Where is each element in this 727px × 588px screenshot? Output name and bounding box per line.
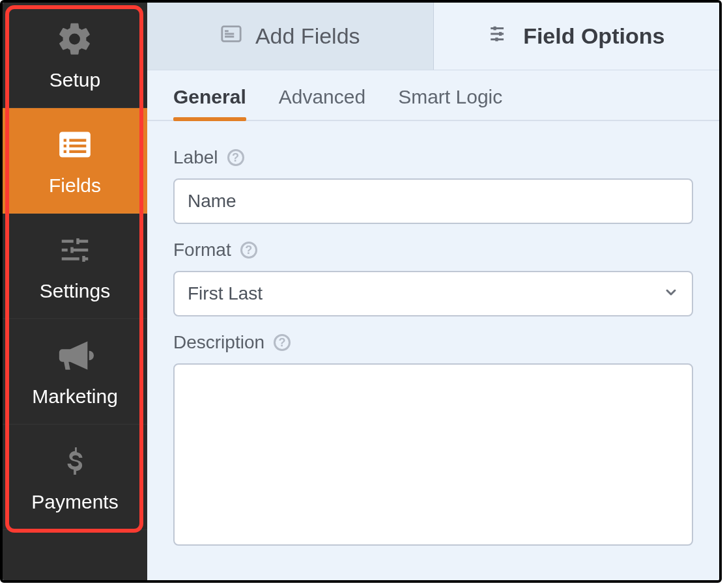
sidebar-label-settings: Settings	[40, 280, 110, 302]
svg-rect-5	[69, 145, 86, 147]
sidebar-item-payments[interactable]: Payments	[3, 425, 147, 530]
format-select[interactable]: First Last	[173, 271, 693, 316]
help-icon[interactable]: ?	[227, 149, 244, 166]
sub-tab-general[interactable]: General	[173, 86, 246, 120]
help-icon[interactable]: ?	[274, 334, 291, 351]
label-field-label: Label	[173, 147, 218, 168]
sub-tabs: General Advanced Smart Logic	[147, 70, 719, 121]
form-area: Label ? Format ? First Last	[147, 121, 719, 574]
sidebar-item-marketing[interactable]: Marketing	[3, 319, 147, 425]
app-window: Setup Fields Settings Marketing Payments	[0, 0, 722, 583]
tab-field-options-label: Field Options	[523, 23, 664, 49]
svg-rect-11	[494, 26, 496, 30]
sub-tab-smart-logic[interactable]: Smart Logic	[398, 86, 502, 120]
form-fields-icon	[55, 125, 94, 164]
sidebar-item-settings[interactable]: Settings	[3, 214, 147, 319]
sidebar: Setup Fields Settings Marketing Payments	[3, 3, 147, 580]
sidebar-item-setup[interactable]: Setup	[3, 3, 147, 108]
label-group: Label ?	[173, 135, 693, 224]
format-field-label-row: Format ?	[173, 240, 693, 260]
format-select-value: First Last	[188, 283, 263, 304]
label-field-label-row: Label ?	[173, 147, 693, 168]
svg-rect-13	[495, 37, 498, 41]
main-panel: Add Fields Field Options General Advance…	[147, 3, 719, 580]
add-fields-icon	[220, 23, 242, 50]
format-group: Format ? First Last	[173, 228, 693, 316]
format-field-label: Format	[173, 240, 231, 260]
dollar-icon	[55, 441, 94, 481]
gear-icon	[55, 20, 94, 59]
sidebar-label-fields: Fields	[49, 175, 101, 197]
sidebar-item-fields[interactable]: Fields	[3, 108, 147, 214]
sidebar-label-payments: Payments	[31, 491, 118, 513]
svg-rect-3	[64, 150, 66, 152]
label-input[interactable]	[173, 178, 693, 224]
sub-tab-advanced[interactable]: Advanced	[279, 86, 365, 120]
megaphone-icon	[55, 336, 94, 375]
tab-add-fields-label: Add Fields	[255, 23, 360, 49]
description-field-label: Description	[173, 332, 264, 353]
svg-rect-12	[499, 32, 502, 36]
svg-rect-6	[69, 150, 86, 152]
description-textarea[interactable]	[173, 363, 693, 546]
sliders-icon	[55, 231, 94, 270]
tab-field-options[interactable]: Field Options	[434, 3, 720, 70]
tab-add-fields[interactable]: Add Fields	[147, 3, 434, 70]
description-group: Description ?	[173, 320, 693, 548]
svg-rect-4	[69, 139, 86, 141]
format-select-wrap: First Last	[173, 271, 693, 316]
svg-rect-2	[64, 145, 66, 147]
top-tabs: Add Fields Field Options	[147, 3, 719, 70]
field-options-icon	[488, 23, 510, 50]
help-icon[interactable]: ?	[240, 242, 257, 259]
svg-rect-1	[64, 139, 66, 141]
sidebar-label-setup: Setup	[50, 69, 100, 91]
sidebar-label-marketing: Marketing	[32, 385, 118, 408]
description-field-label-row: Description ?	[173, 332, 693, 353]
